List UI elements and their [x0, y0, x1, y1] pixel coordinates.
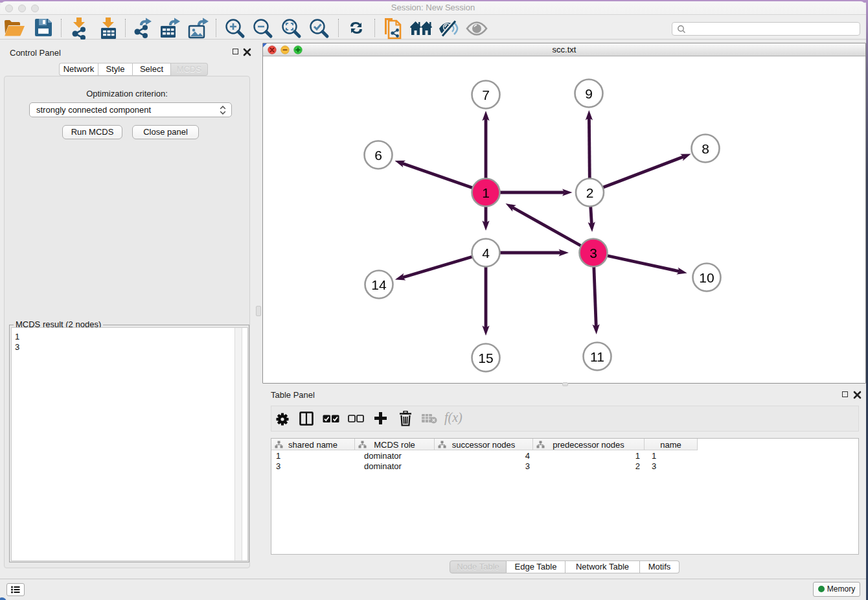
svg-text:9: 9 [585, 86, 593, 101]
svg-text:1: 1 [482, 185, 490, 200]
svg-text:2: 2 [586, 185, 594, 200]
svg-text:11: 11 [590, 349, 604, 364]
svg-text:7: 7 [482, 87, 490, 102]
svg-text:6: 6 [374, 148, 382, 163]
svg-text:15: 15 [478, 351, 493, 365]
svg-text:3: 3 [589, 246, 597, 260]
svg-text:14: 14 [371, 277, 387, 292]
svg-text:8: 8 [702, 141, 709, 156]
svg-text:10: 10 [699, 270, 714, 285]
svg-text:4: 4 [482, 246, 490, 260]
